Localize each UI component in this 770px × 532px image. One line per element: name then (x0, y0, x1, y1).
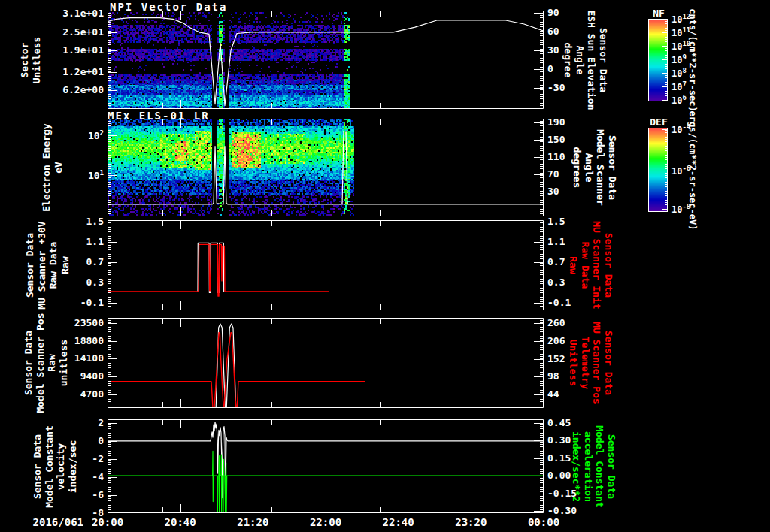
model-constant-right-tick: 0.15 (547, 452, 571, 464)
mu-scanner-30v-left-tick: 0.7 (86, 256, 104, 268)
mex-els-01-lr-right-tick: 70 (547, 168, 559, 180)
mex-els-01-lr-colorbar (648, 128, 668, 212)
panel-mu-scanner-30v (108, 220, 544, 310)
mu-scanner-30v-left-axis-label: Sensor Data MU Scanner +30V Raw Data Raw (24, 221, 71, 309)
model-constant-left-tick: -2 (92, 453, 104, 464)
model-scanner-pos-right-tick: 152 (547, 353, 565, 364)
npi-vector-data-right-tick: 60 (547, 26, 559, 37)
npi-vector-data-colorbar (648, 19, 668, 101)
npi-vector-data-right-tick: 0 (547, 63, 553, 74)
model-scanner-pos-canvas (108, 318, 544, 408)
npi-vector-data-colorbar-tick: 109 (671, 53, 687, 65)
model-constant-left-axis-label: Sensor Data Model Constant velocity inde… (32, 425, 78, 508)
model-scanner-pos-right-tick: 44 (547, 388, 559, 400)
npi-vector-data-left-tick: 1.9e+01 (62, 44, 104, 56)
mex-els-01-lr-right-axis-label: Sensor Data Model Scanner Angle degrees (571, 129, 618, 206)
mex-els-01-lr-right-tick: 150 (547, 134, 565, 145)
npi-vector-data-colorbar-tick: 108 (671, 67, 687, 79)
model-scanner-pos-left-tick: 18800 (74, 335, 104, 346)
model-scanner-pos-right-axis-label: Sensor Data MU Scanner Pos Telemetry Uni… (568, 322, 614, 404)
x-axis-tick-20:40: 20:40 (158, 516, 203, 528)
panel-mex-els-01-lr (108, 119, 544, 216)
npi-vector-data-right-axis-label: Sensor Data ESH Sun Elevation Angle degr… (562, 10, 609, 110)
model-scanner-pos-left-tick: 4700 (80, 388, 104, 400)
model-constant-left-tick: -4 (92, 471, 104, 482)
mu-scanner-30v-right-tick: 1.5 (547, 216, 565, 227)
mex-els-01-lr-right-tick: 110 (547, 151, 565, 162)
model-constant-right-tick: 0.30 (547, 434, 571, 446)
mex-els-01-lr-left-tick: 102 (88, 129, 104, 141)
model-scanner-pos-right-tick: 206 (547, 335, 565, 346)
mu-scanner-30v-canvas (108, 220, 544, 310)
mex-els-01-lr-left-tick: 101 (88, 169, 104, 181)
model-constant-left-tick: -6 (92, 489, 104, 500)
x-axis-tick-20:00: 20:00 (85, 516, 130, 528)
x-axis-tick-21:20: 21:20 (230, 516, 275, 528)
model-constant-left-tick: 0 (98, 435, 104, 446)
mex-els-01-lr-colorbar-units: ergs/(cm**2-sr-sec-eV) (687, 111, 698, 231)
npi-vector-data-left-tick: 3.1e+01 (62, 8, 104, 19)
x-axis-date-label: 2016/061 (19, 516, 83, 528)
model-constant-left-tick: 2 (98, 417, 104, 428)
model-scanner-pos-left-tick: 9400 (80, 370, 104, 382)
model-constant-right-tick: 0.00 (547, 470, 571, 481)
mu-scanner-30v-right-axis-label: Sensor Data MU Scanner Init Raw Data Raw (568, 221, 614, 309)
mu-scanner-30v-left-tick: -0.1 (80, 297, 104, 308)
panel-model-scanner-pos (108, 318, 544, 408)
npi-vector-data-left-tick: 2.5e+01 (62, 26, 104, 38)
x-axis-tick-22:00: 22:00 (303, 516, 348, 528)
mu-scanner-30v-left-tick: 1.1 (86, 236, 104, 247)
npi-vector-data-right-tick: 30 (547, 44, 559, 56)
mu-scanner-30v-left-tick: 1.5 (86, 216, 104, 227)
model-scanner-pos-left-tick: 14100 (74, 352, 104, 364)
mex-els-01-lr-colorbar-title: DEF (647, 116, 670, 128)
model-constant-right-axis-label: Sensor Data Model Constant acceleration … (571, 425, 617, 508)
npi-vector-data-left-axis-label: Sector Unitless (19, 36, 42, 83)
npi-vector-data-colorbar-tick: 106 (671, 94, 687, 106)
npi-vector-data-colorbar-title: NF (647, 8, 670, 19)
npi-vector-data-colorbar-tick: 107 (671, 80, 687, 92)
mex-els-01-lr-right-tick: 30 (547, 186, 559, 197)
model-scanner-pos-left-axis-label: Sensor Data Model Scanner Pos Raw unitle… (23, 313, 69, 413)
x-axis-tick-22:40: 22:40 (376, 516, 421, 528)
x-axis-tick-00:00: 00:00 (521, 516, 566, 528)
mex-els-01-lr-right-tick: 190 (547, 116, 565, 128)
model-scanner-pos-left-tick: 23500 (74, 317, 104, 328)
panel-model-constant (108, 419, 544, 513)
mu-scanner-30v-right-tick: 0.7 (547, 256, 565, 268)
mu-scanner-30v-left-tick: 0.3 (86, 277, 104, 288)
npi-vector-data-right-tick: 90 (547, 7, 559, 18)
mu-scanner-30v-right-tick: 0.3 (547, 277, 565, 288)
panel-npi-vector-data (108, 11, 544, 109)
mex-els-01-lr-left-axis-label: Electron Energy eV (41, 123, 64, 211)
model-constant-canvas (108, 419, 544, 513)
model-constant-right-tick: 0.45 (547, 417, 571, 428)
model-scanner-pos-right-tick: 98 (547, 370, 559, 382)
mu-scanner-30v-right-tick: 1.1 (547, 236, 565, 247)
npi-vector-data-left-tick: 6.2e+00 (62, 84, 104, 95)
npi-vector-data-left-tick: 1.2e+01 (62, 66, 104, 77)
plot-page: NPI Vector Data MEx ELS-01 LR 2016/061 3… (0, 0, 770, 532)
npi-vector-data-canvas (108, 11, 544, 109)
model-scanner-pos-right-tick: 260 (547, 317, 565, 328)
x-axis-tick-23:20: 23:20 (448, 516, 493, 528)
mex-els-01-lr-canvas (108, 119, 544, 216)
npi-vector-data-colorbar-units: cnts/(cm**2-sr-sec) (687, 8, 698, 111)
